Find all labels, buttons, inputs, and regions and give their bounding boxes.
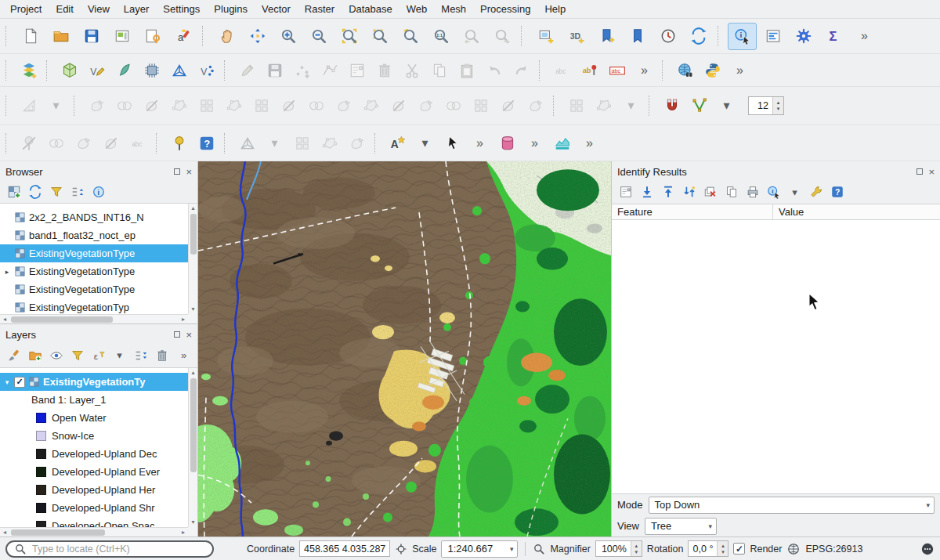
identify-features[interactable] [728, 23, 757, 50]
identify-mode[interactable] [764, 182, 783, 202]
topological-editing[interactable] [686, 93, 712, 119]
spinner-arrows[interactable]: ▴▾ [631, 541, 642, 556]
python-console[interactable] [700, 57, 725, 83]
magnifier-input[interactable]: 100% ▴▾ [595, 540, 642, 557]
copy-move-feature[interactable] [111, 93, 137, 119]
new-3d-map-view[interactable] [562, 23, 591, 50]
scale-combobox[interactable]: 1:240.667 ▾ [441, 540, 518, 558]
zoom-full-extent[interactable] [334, 23, 363, 50]
extents-toggle-icon[interactable] [395, 543, 407, 555]
new-temporary-scratch-layer[interactable] [139, 57, 164, 83]
browser-item[interactable]: 2x2_2_BANDS_INT16_N [0, 208, 188, 226]
add-part[interactable] [221, 93, 247, 119]
close-panel-icon[interactable]: × [186, 330, 192, 340]
vertex-align[interactable] [563, 93, 589, 119]
rotate-feature[interactable] [139, 93, 164, 119]
db-manager[interactable] [494, 130, 520, 156]
zoom-last[interactable] [457, 23, 486, 50]
help[interactable] [827, 182, 847, 202]
cad-tools[interactable] [16, 93, 42, 119]
add-feature[interactable] [289, 57, 315, 83]
redo[interactable] [508, 57, 534, 83]
show-spatial-bookmarks[interactable] [623, 23, 652, 50]
browser-properties[interactable] [89, 182, 108, 201]
view-combobox[interactable]: Tree ▾ [645, 518, 717, 535]
mode-combobox[interactable]: Top Down ▾ [649, 497, 935, 514]
enable-snapping[interactable] [659, 93, 685, 119]
pan-map[interactable] [212, 23, 241, 50]
mesh-dropdown[interactable]: ▾ [262, 130, 287, 156]
show-layout-manager[interactable] [138, 23, 167, 50]
elevation-profile[interactable] [549, 130, 575, 156]
menu-mesh[interactable]: Mesh [434, 1, 473, 17]
zoom-native-resolution[interactable] [426, 23, 455, 50]
browser-item[interactable]: ▸ExistingVegetationType [0, 262, 188, 280]
menu-edit[interactable]: Edit [49, 1, 80, 17]
browser-item[interactable]: ExistingVegetationType [0, 280, 188, 298]
new-virtual-layer[interactable] [193, 57, 219, 83]
remove-layer[interactable] [152, 345, 172, 365]
style-manager[interactable] [168, 23, 197, 50]
refresh-browser[interactable] [25, 182, 45, 201]
spinner-arrows[interactable]: ▴▾ [717, 541, 728, 556]
menu-layer[interactable]: Layer [117, 1, 157, 17]
menu-vector[interactable]: Vector [255, 1, 298, 17]
identify-settings[interactable] [806, 182, 826, 202]
zoom-in[interactable] [273, 23, 302, 50]
clear-results[interactable] [700, 182, 720, 202]
delete-selected[interactable] [371, 57, 397, 83]
layer-visibility-checkbox[interactable]: ✓ [14, 377, 25, 388]
zoom-to-selection[interactable] [365, 23, 394, 50]
reshape-features[interactable] [358, 93, 384, 119]
filter-browser[interactable] [46, 182, 66, 201]
menu-view[interactable]: View [81, 1, 117, 17]
new-spatial-bookmark[interactable] [592, 23, 621, 50]
new-geopackage-layer[interactable] [56, 57, 82, 83]
float-panel-icon[interactable] [916, 168, 923, 175]
delete-part[interactable] [303, 93, 329, 119]
save-project[interactable] [77, 23, 106, 50]
show-hide-labels[interactable] [70, 130, 96, 156]
toolbar-extension[interactable]: » [467, 130, 493, 156]
filter-legend[interactable] [67, 345, 87, 365]
expand-new-results[interactable] [679, 182, 699, 202]
menu-settings[interactable]: Settings [156, 1, 207, 17]
messages-icon[interactable] [920, 542, 935, 556]
move-label[interactable] [98, 130, 124, 156]
layer-diagram[interactable] [604, 57, 630, 83]
menu-web[interactable]: Web [400, 1, 435, 17]
browser-item[interactable]: band1_float32_noct_ep [0, 226, 188, 244]
pan-to-selection[interactable] [243, 23, 272, 50]
magnifier-lock-icon[interactable] [533, 543, 545, 555]
new-project[interactable] [16, 23, 45, 50]
toolbar-extension[interactable]: » [631, 57, 657, 83]
cut-features[interactable] [399, 57, 425, 83]
rotation-input[interactable]: 0,0 ° ▴▾ [688, 540, 728, 557]
merge-features[interactable] [440, 93, 466, 119]
layer-labeling[interactable] [577, 57, 602, 83]
map-canvas[interactable] [198, 161, 611, 537]
new-print-layout[interactable] [107, 23, 136, 50]
mesh-digitizing[interactable] [234, 130, 260, 156]
print-response[interactable] [743, 182, 762, 202]
identify-results-area[interactable] [612, 220, 940, 494]
show-statistics[interactable] [819, 23, 848, 50]
mesh-reindex[interactable] [344, 130, 370, 156]
menu-database[interactable]: Database [342, 1, 400, 17]
toggle-editing[interactable] [234, 57, 260, 83]
change-label[interactable] [125, 130, 151, 156]
float-panel-icon[interactable] [174, 168, 180, 175]
zoom-next[interactable] [487, 23, 516, 50]
render-checkbox[interactable]: ✓ [733, 543, 745, 555]
add-ring[interactable] [193, 93, 219, 119]
add-selected-layers[interactable] [4, 182, 24, 201]
highlight-pinned-labels[interactable] [166, 130, 192, 156]
crs-label[interactable]: EPSG:26913 [805, 544, 862, 555]
simplify-feature[interactable] [166, 93, 192, 119]
filter-by-expression[interactable] [89, 345, 108, 365]
browser-vertical-scrollbar[interactable]: ▴▾ [188, 204, 197, 314]
labeling-options[interactable] [549, 57, 575, 83]
new-map-view[interactable] [531, 23, 560, 50]
toolbar-extension[interactable]: » [577, 130, 602, 156]
menu-raster[interactable]: Raster [298, 1, 342, 17]
